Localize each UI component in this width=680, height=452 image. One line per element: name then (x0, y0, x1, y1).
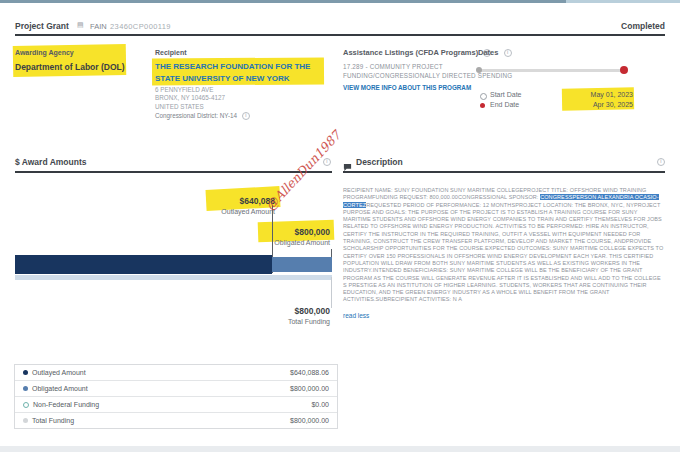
congressional-district: Congressional District: NY-14 i (155, 112, 250, 120)
table-row-label: Total Funding (32, 417, 74, 424)
header-divider (15, 34, 665, 36)
congressional-district-text: Congressional District: NY-14 (155, 112, 237, 119)
end-date-marker-icon (480, 103, 485, 108)
recipient-address-line1: 6 PENNYFIELD AVE (155, 86, 225, 94)
dates-label-text: Dates (478, 48, 498, 57)
cfda-more-info-link[interactable]: VIEW MORE INFO ABOUT THIS PROGRAM (343, 84, 471, 91)
table-row-value: $640,088.06 (290, 369, 329, 376)
award-profile-page: Project Grant ▤ FAIN 23460CP000119 Compl… (0, 0, 680, 452)
end-date-value: Apr 30, 2025 (540, 101, 633, 108)
table-row-label: Non-Federal Funding (33, 401, 99, 408)
info-icon[interactable]: i (242, 112, 250, 120)
total-funding-bar[interactable] (15, 275, 332, 280)
recipient-address-line2: BRONX, NY 10465-4127 (155, 94, 225, 102)
timeline-end-dot-icon (620, 66, 628, 74)
table-row: Outlayed Amount $640,088.06 (15, 365, 337, 381)
award-ribbon-icon: ▤ (77, 21, 84, 29)
funding-summary-table: Outlayed Amount $640,088.06 Obligated Am… (14, 364, 338, 429)
read-less-link[interactable]: read less (343, 312, 369, 319)
description-title: Description (356, 157, 403, 167)
obligated-amount-bar[interactable] (272, 257, 332, 272)
award-amounts-divider (15, 171, 332, 173)
outlayed-amount-value: $640,088 (150, 196, 275, 206)
description-text-after: REQUESTED PERIOD OF PERFORMANCE: 12 MONT… (343, 202, 663, 303)
table-row-value: $800,000.00 (290, 385, 329, 392)
table-row: Obligated Amount $800,000.00 (15, 381, 337, 397)
assistance-listings-label: Assistance Listings (CFDA Programs) i (343, 48, 491, 57)
status-badge: Completed (560, 21, 665, 31)
timeline-start-dot-icon (476, 67, 482, 73)
description-divider (343, 171, 665, 173)
recipient-address: 6 PENNYFIELD AVE BRONX, NY 10465-4127 UN… (155, 86, 225, 111)
dates-label: Dates i (478, 48, 512, 57)
award-type-label: Project Grant (15, 21, 69, 31)
total-funding-legend-dot-icon (23, 418, 28, 423)
outlayed-amount-bar[interactable] (15, 255, 272, 274)
recipient-name-line1[interactable]: THE RESEARCH FOUNDATION FOR THE (155, 61, 325, 73)
awarding-agency-value: Department of Labor (DOL) (15, 62, 125, 72)
table-row-label: Outlayed Amount (32, 369, 86, 376)
table-row: Total Funding $800,000.00 (15, 413, 337, 428)
info-icon[interactable]: i (323, 158, 331, 166)
total-funding-label: Total Funding (205, 318, 330, 325)
start-date-marker-icon (480, 93, 487, 100)
award-amounts-title: $ Award Amounts (15, 157, 86, 167)
table-row-label: Obligated Amount (32, 385, 88, 392)
obligated-legend-dot-icon (23, 386, 28, 391)
awarding-agency-label: Awarding Agency (15, 49, 74, 56)
table-row-value: $0.00 (311, 401, 329, 408)
top-accent-bar-right (566, 0, 680, 3)
recipient-label: Recipient (155, 49, 187, 56)
info-icon[interactable]: i (657, 158, 665, 166)
start-date-value: May 01, 2023 (540, 91, 633, 98)
cfda-program-line2: FUNDING/CONGRESSIONALLY DIRECTED SPENDIN… (343, 72, 512, 79)
outlayed-amount-label: Outlayed Amount (150, 208, 275, 215)
fain-label: FAIN (90, 22, 107, 31)
description-body: RECIPIENT NAME: SUNY FOUNDATION SUNY MAR… (343, 187, 665, 304)
bottom-edge-strip (0, 446, 680, 452)
recipient-name-link[interactable]: THE RESEARCH FOUNDATION FOR THE STATE UN… (155, 61, 325, 84)
outlayed-legend-dot-icon (23, 370, 28, 375)
obligated-amount-value: $800,000 (205, 227, 330, 237)
obligated-amount-label: Obligated Amount (205, 239, 330, 246)
total-funding-value: $800,000 (205, 306, 330, 316)
table-row: Non-Federal Funding $0.00 (15, 397, 337, 413)
recipient-name-line2[interactable]: STATE UNIVERSITY OF NEW YORK (155, 73, 325, 85)
start-date-label: Start Date (490, 91, 522, 98)
table-row-value: $800,000.00 (290, 417, 329, 424)
total-funding-callout-line (331, 277, 332, 308)
cfda-program-line1: 17.289 - COMMUNITY PROJECT (343, 63, 443, 70)
non-federal-legend-dot-icon (23, 402, 29, 408)
end-date-label: End Date (490, 101, 519, 108)
assistance-listings-label-text: Assistance Listings (CFDA Programs) (343, 48, 478, 57)
speech-bubble-icon (343, 158, 352, 176)
fain-value: 23460CP000119 (110, 22, 171, 31)
info-icon[interactable]: i (504, 49, 512, 57)
recipient-address-line3: UNITED STATES (155, 103, 225, 111)
dates-timeline-track (478, 69, 627, 72)
